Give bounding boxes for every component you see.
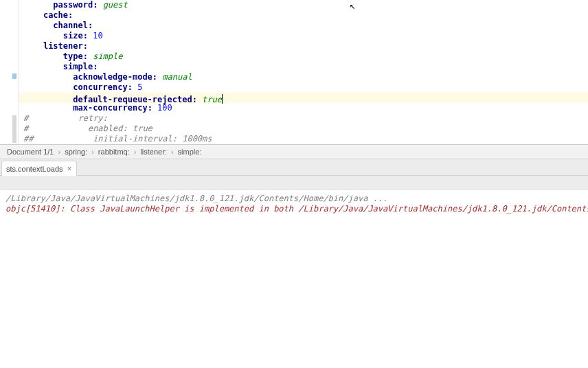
tab-label: sts.contextLoads xyxy=(6,165,63,173)
gutter-stripe xyxy=(12,73,16,79)
close-icon[interactable]: × xyxy=(67,164,72,174)
breadcrumb-item[interactable]: spring: xyxy=(62,148,90,156)
code-content[interactable]: password: guest cache: channel: size: 10… xyxy=(19,0,588,144)
code-line[interactable]: cache: xyxy=(19,10,588,21)
code-line[interactable]: simple: xyxy=(19,62,588,72)
console-tab-bar: sts.contextLoads × xyxy=(0,159,588,176)
code-line[interactable]: concurrency: 5 xyxy=(19,82,588,93)
breadcrumb-doc[interactable]: Document 1/1 xyxy=(4,148,56,156)
chevron-right-icon: › xyxy=(56,148,62,156)
code-line[interactable]: max-concurrency: 100 xyxy=(19,103,588,113)
code-editor[interactable]: password: guest cache: channel: size: 10… xyxy=(0,0,588,144)
text-caret xyxy=(222,94,223,104)
chevron-right-icon: › xyxy=(170,148,175,156)
code-line[interactable]: size: 10 xyxy=(19,31,588,41)
code-line[interactable]: channel: xyxy=(19,21,588,31)
code-line[interactable]: ## initial-interval: 1000ms xyxy=(19,134,588,144)
mouse-cursor: ↖ xyxy=(350,0,355,11)
code-line[interactable]: acknowledge-mode: manual xyxy=(19,72,588,82)
breadcrumb-item[interactable]: rabbitmq: xyxy=(95,148,133,156)
breadcrumb-item[interactable]: listener: xyxy=(137,148,170,156)
editor-gutter xyxy=(0,0,19,144)
code-line[interactable]: # retry: xyxy=(19,113,588,124)
gutter-stripe xyxy=(12,115,16,143)
console-tab[interactable]: sts.contextLoads × xyxy=(1,161,77,176)
chevron-right-icon: › xyxy=(90,148,95,156)
code-line[interactable]: type: simple xyxy=(19,51,588,62)
breadcrumb-item[interactable]: simple: xyxy=(175,148,205,156)
console-line: /Library/Java/JavaVirtualMachines/jdk1.8… xyxy=(5,194,583,204)
console-toolbar xyxy=(0,176,588,189)
console-line: objc[51410]: Class JavaLaunchHelper is i… xyxy=(5,204,583,214)
code-line[interactable]: default-requeue-rejected: true xyxy=(19,93,588,103)
breadcrumb-bar: Document 1/1 › spring: › rabbitmq: › lis… xyxy=(0,144,588,159)
code-line[interactable]: password: guest xyxy=(19,0,588,10)
console-output[interactable]: /Library/Java/JavaVirtualMachines/jdk1.8… xyxy=(0,189,588,218)
code-line[interactable]: listener: xyxy=(19,41,588,51)
code-line[interactable]: # enabled: true xyxy=(19,124,588,134)
chevron-right-icon: › xyxy=(133,148,138,156)
